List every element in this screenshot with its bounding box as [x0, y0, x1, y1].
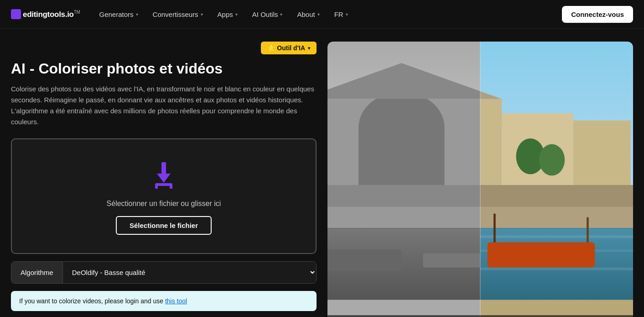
chevron-down-icon: ▾ — [280, 12, 282, 17]
image-caption: Colorize Black & White — [327, 315, 633, 317]
ai-badge-row: ⭐ Outil d'IA ▾ — [11, 42, 317, 54]
connect-button[interactable]: Connectez-vous — [562, 6, 633, 23]
nav-ai-outils[interactable]: AI Outils ▾ — [246, 7, 289, 22]
split-image: Colorize Black & White — [327, 42, 633, 317]
logo-icon — [11, 9, 21, 19]
page-title: AI - Coloriser photos et vidéos — [11, 60, 317, 77]
nav-convertisseurs[interactable]: Convertisseurs ▾ — [146, 7, 209, 22]
algorithm-select[interactable]: DeOldify - Basse qualité DeOldify - Haut… — [62, 262, 316, 283]
chevron-down-icon: ▾ — [136, 12, 138, 17]
svg-rect-10 — [358, 127, 444, 185]
chevron-down-icon: ▾ — [317, 12, 320, 17]
algorithm-label: Algorithme — [11, 262, 62, 283]
chevron-down-icon: ▾ — [308, 46, 310, 51]
svg-rect-22 — [423, 253, 480, 267]
ai-badge-label: ⭐ Outil d'IA — [267, 44, 305, 52]
info-box: If you want to colorize videos, please l… — [11, 291, 317, 311]
logo[interactable]: editingtools.ioTM — [11, 9, 80, 19]
navbar: editingtools.ioTM Generators ▾ Convertis… — [0, 0, 644, 29]
page-description: Colorise des photos ou des vidéos avec l… — [11, 84, 317, 127]
nav-ai-outils-label: AI Outils — [252, 11, 278, 18]
ai-badge[interactable]: ⭐ Outil d'IA ▾ — [261, 42, 317, 54]
dropzone[interactable]: Sélectionner un fichier ou glisser ici S… — [11, 138, 317, 254]
chevron-down-icon: ▾ — [235, 12, 238, 17]
nav-items: Generators ▾ Convertisseurs ▾ Apps ▾ AI … — [93, 7, 559, 22]
svg-rect-47 — [488, 243, 595, 268]
upload-icon — [148, 158, 180, 191]
right-panel: Colorize Black & White — [327, 42, 633, 317]
nav-convertisseurs-label: Convertisseurs — [153, 11, 198, 18]
svg-rect-35 — [573, 121, 631, 185]
dropzone-text: Sélectionner un fichier ou glisser ici — [107, 200, 221, 208]
logo-text: editingtools.ioTM — [23, 10, 80, 19]
nav-apps-label: Apps — [218, 11, 233, 18]
nav-about[interactable]: About ▾ — [291, 7, 326, 22]
select-file-button[interactable]: Sélectionne le fichier — [116, 216, 212, 235]
nav-about-label: About — [297, 11, 315, 18]
main-content: ⭐ Outil d'IA ▾ AI - Coloriser photos et … — [0, 29, 644, 317]
nav-lang[interactable]: FR ▾ — [328, 7, 354, 22]
chevron-down-icon: ▾ — [201, 12, 203, 17]
nav-lang-label: FR — [334, 11, 343, 18]
nav-right: Connectez-vous — [562, 6, 633, 23]
svg-marker-1 — [157, 174, 171, 183]
info-box-text: If you want to colorize videos, please l… — [19, 297, 165, 305]
nav-generators[interactable]: Generators ▾ — [93, 7, 145, 22]
svg-point-38 — [539, 144, 565, 176]
info-box-link[interactable]: this tool — [165, 297, 187, 305]
svg-rect-21 — [327, 249, 401, 271]
nav-generators-label: Generators — [99, 11, 134, 18]
svg-rect-4 — [170, 185, 172, 189]
logo-superscript: TM — [74, 10, 80, 15]
chevron-down-icon: ▾ — [346, 12, 348, 17]
svg-rect-3 — [155, 185, 158, 189]
left-panel: ⭐ Outil d'IA ▾ AI - Coloriser photos et … — [11, 42, 317, 317]
algorithm-row: Algorithme DeOldify - Basse qualité DeOl… — [11, 261, 317, 284]
nav-apps[interactable]: Apps ▾ — [211, 7, 244, 22]
